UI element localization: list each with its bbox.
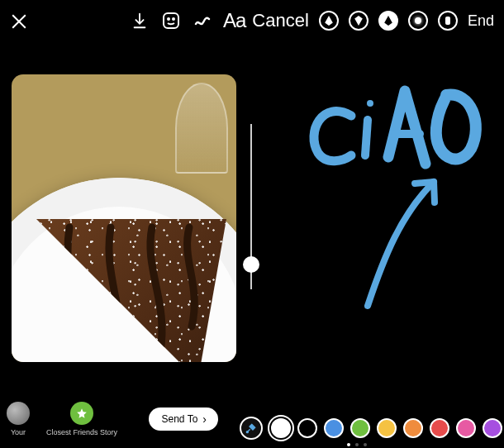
color-swatch-blue[interactable]	[324, 418, 344, 438]
photo-glass	[175, 83, 228, 174]
send-to-label: Send To	[162, 413, 198, 425]
sticker-icon[interactable]	[160, 10, 182, 31]
your-story-button[interactable]: Your	[7, 402, 30, 436]
done-button[interactable]: End	[468, 12, 494, 30]
text-tool-button[interactable]: Aa	[223, 9, 245, 32]
close-friends-button[interactable]: Closest Friends Story	[46, 402, 117, 436]
pen-tool-4[interactable]	[408, 11, 428, 31]
color-swatch-black[interactable]	[297, 418, 317, 438]
svg-point-2	[173, 18, 174, 20]
share-panel: Your Closest Friends Story Send To ›	[0, 390, 230, 448]
color-swatch-orange[interactable]	[403, 418, 423, 438]
svg-rect-3	[445, 17, 450, 25]
svg-rect-0	[164, 13, 178, 28]
color-swatch-pink[interactable]	[456, 418, 476, 438]
color-palette	[240, 417, 502, 440]
draw-icon[interactable]	[192, 10, 213, 31]
svg-point-5	[246, 431, 248, 433]
pen-tool-2[interactable]	[349, 11, 368, 31]
eraser-tool[interactable]	[438, 11, 458, 31]
story-photo[interactable]	[12, 74, 236, 362]
save-download-icon[interactable]	[129, 10, 150, 31]
color-swatch-red[interactable]	[430, 418, 449, 438]
handwriting-ciao	[273, 66, 496, 314]
pen-tool-3[interactable]	[378, 11, 398, 31]
color-swatch-green[interactable]	[350, 418, 370, 438]
pen-tool-1[interactable]	[319, 11, 339, 31]
send-to-button[interactable]: Send To ›	[149, 407, 219, 431]
cancel-button[interactable]: Cancel	[252, 10, 308, 31]
color-swatch-white[interactable]	[271, 418, 291, 438]
palette-pager	[347, 443, 367, 446]
close-button[interactable]	[10, 12, 28, 30]
eyedropper-button[interactable]	[240, 417, 263, 440]
your-story-label: Your	[11, 428, 26, 436]
brush-size-slider-thumb[interactable]	[243, 256, 259, 273]
your-story-avatar-icon	[7, 402, 30, 425]
chevron-right-icon: ›	[202, 412, 207, 426]
color-swatch-yellow[interactable]	[377, 418, 397, 438]
svg-point-1	[168, 18, 169, 20]
close-friends-label: Closest Friends Story	[46, 428, 117, 436]
color-swatch-purple[interactable]	[483, 418, 502, 438]
star-icon	[76, 407, 88, 419]
svg-point-4	[367, 100, 373, 107]
